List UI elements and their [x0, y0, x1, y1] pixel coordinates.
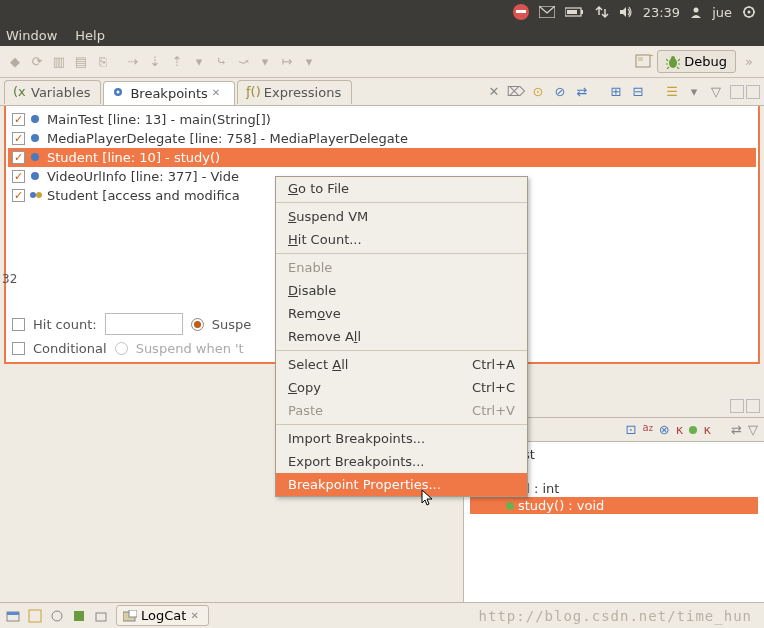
- mi-disable[interactable]: Disable: [276, 279, 527, 302]
- radio-suspend-when[interactable]: [115, 342, 128, 355]
- shortcut: Ctrl+A: [472, 357, 515, 372]
- minimize-icons[interactable]: [730, 85, 760, 99]
- filter-icon[interactable]: κ: [676, 422, 684, 437]
- user-name[interactable]: jue: [712, 5, 732, 20]
- remove-all-icon[interactable]: ⌦: [508, 84, 524, 100]
- view-icon[interactable]: [28, 609, 42, 623]
- svg-point-16: [31, 115, 39, 123]
- conditional-label: Conditional: [33, 341, 107, 356]
- tab-logcat[interactable]: LogCat ✕: [116, 605, 209, 626]
- view-icon[interactable]: [6, 609, 20, 623]
- step-icon[interactable]: ⤷: [212, 53, 230, 71]
- tab-expressions[interactable]: ƒ() Expressions: [237, 80, 352, 104]
- view-icon[interactable]: [50, 609, 64, 623]
- mi-remove[interactable]: Remove: [276, 302, 527, 325]
- mi-export-breakpoints[interactable]: Export Breakpoints...: [276, 450, 527, 473]
- mi-remove-all[interactable]: Remove All: [276, 325, 527, 348]
- mi-breakpoint-properties[interactable]: Breakpoint Properties...: [276, 473, 527, 496]
- minimize-icons[interactable]: [730, 399, 760, 413]
- sort-icon[interactable]: ⊡: [626, 422, 637, 437]
- step-icon[interactable]: ⇡: [168, 53, 186, 71]
- chevron-down-icon[interactable]: ▾: [256, 53, 274, 71]
- link-icon[interactable]: ⇄: [574, 84, 590, 100]
- menu-window[interactable]: Window: [6, 28, 57, 43]
- skip-icon[interactable]: ⊘: [552, 84, 568, 100]
- volume-icon[interactable]: [619, 5, 633, 19]
- tab-breakpoints[interactable]: Breakpoints ✕: [103, 81, 234, 105]
- hide-icon[interactable]: ⊗: [659, 422, 670, 437]
- mail-icon[interactable]: [539, 6, 555, 18]
- debug-perspective-button[interactable]: Debug: [657, 50, 736, 73]
- tool-icon[interactable]: ▥: [50, 53, 68, 71]
- tool-icon[interactable]: ⎘: [94, 53, 112, 71]
- link-icon[interactable]: ⇄: [731, 422, 742, 437]
- app-menu-bar: Window Help: [0, 24, 764, 46]
- breakpoints-toolbar: ✕ ⌦ ⊙ ⊘ ⇄ ⊞ ⊟ ☰ ▾ ▽: [486, 84, 760, 100]
- view-icon[interactable]: [94, 609, 108, 623]
- power-icon[interactable]: [742, 5, 756, 19]
- checkbox[interactable]: [12, 189, 25, 202]
- clock-text[interactable]: 23:39: [643, 5, 680, 20]
- breakpoint-row-selected[interactable]: Student [line: 10] - study(): [8, 148, 756, 167]
- method-label: study() : void: [518, 498, 604, 513]
- mi-hit-count[interactable]: Hit Count...: [276, 228, 527, 251]
- hit-count-input[interactable]: [105, 313, 183, 335]
- menu-help[interactable]: Help: [75, 28, 105, 43]
- perspective-icon[interactable]: +: [635, 53, 653, 71]
- breakpoint-label: VideoUrlInfo [line: 377] - Vide: [47, 169, 239, 184]
- breakpoint-row[interactable]: MainTest [line: 13] - main(String[]): [8, 110, 756, 129]
- tree-row-selected[interactable]: study() : void: [470, 497, 758, 514]
- battery-icon[interactable]: [565, 7, 585, 17]
- breakpoint-row[interactable]: MediaPlayerDelegate [line: 758] - MediaP…: [8, 129, 756, 148]
- tool-icon[interactable]: ⟳: [28, 53, 46, 71]
- chevron-down-icon[interactable]: ▾: [190, 53, 208, 71]
- close-icon[interactable]: ✕: [212, 87, 224, 99]
- logcat-icon: [123, 610, 137, 622]
- step-icon[interactable]: ↦: [278, 53, 296, 71]
- close-icon[interactable]: ✕: [190, 610, 202, 622]
- svg-text:+: +: [648, 54, 653, 63]
- breakpoint-label: MainTest [line: 13] - main(String[]): [47, 112, 271, 127]
- dot-icon[interactable]: [689, 422, 697, 437]
- radio-suspend[interactable]: [191, 318, 204, 331]
- checkbox[interactable]: [12, 113, 25, 126]
- debug-label: Debug: [684, 54, 727, 69]
- mi-go-to-file[interactable]: Go to File: [276, 177, 527, 200]
- tool-icon[interactable]: ◆: [6, 53, 24, 71]
- menu-icon[interactable]: ▽: [748, 422, 758, 437]
- checkbox-hit-count[interactable]: [12, 318, 25, 331]
- mi-select-all[interactable]: Select AllCtrl+A: [276, 353, 527, 376]
- chevron-down-icon[interactable]: ▾: [686, 84, 702, 100]
- overflow-icon[interactable]: »: [740, 53, 758, 71]
- checkbox[interactable]: [12, 170, 25, 183]
- step-icon[interactable]: ⇣: [146, 53, 164, 71]
- remove-icon[interactable]: ✕: [486, 84, 502, 100]
- checkbox[interactable]: [12, 132, 25, 145]
- menu-icon[interactable]: ▽: [708, 84, 724, 100]
- mi-copy[interactable]: CopyCtrl+C: [276, 376, 527, 399]
- step-icon[interactable]: ⇢: [124, 53, 142, 71]
- step-icon[interactable]: ⤻: [234, 53, 252, 71]
- tree-icon[interactable]: ☰: [664, 84, 680, 100]
- variables-icon: (x)=: [13, 85, 27, 99]
- az-icon[interactable]: az: [643, 422, 653, 437]
- user-icon[interactable]: [690, 6, 702, 18]
- checkbox[interactable]: [12, 151, 25, 164]
- chevron-down-icon[interactable]: ▾: [300, 53, 318, 71]
- expand-all-icon[interactable]: ⊞: [608, 84, 624, 100]
- svg-rect-30: [74, 611, 84, 621]
- view-icon[interactable]: [72, 609, 86, 623]
- mi-import-breakpoints[interactable]: Import Breakpoints...: [276, 427, 527, 450]
- checkbox-conditional[interactable]: [12, 342, 25, 355]
- network-icon[interactable]: [595, 5, 609, 19]
- collapse-all-icon[interactable]: ⊟: [630, 84, 646, 100]
- tool-icon[interactable]: ▤: [72, 53, 90, 71]
- filter-icon[interactable]: κ: [703, 422, 711, 437]
- no-entry-icon[interactable]: [513, 4, 529, 20]
- mi-suspend-vm[interactable]: Suspend VM: [276, 205, 527, 228]
- svg-rect-8: [638, 57, 643, 61]
- breakpoint-icon: [112, 86, 126, 100]
- logcat-label: LogCat: [141, 608, 186, 623]
- tab-variables[interactable]: (x)= Variables: [4, 80, 101, 104]
- goto-icon[interactable]: ⊙: [530, 84, 546, 100]
